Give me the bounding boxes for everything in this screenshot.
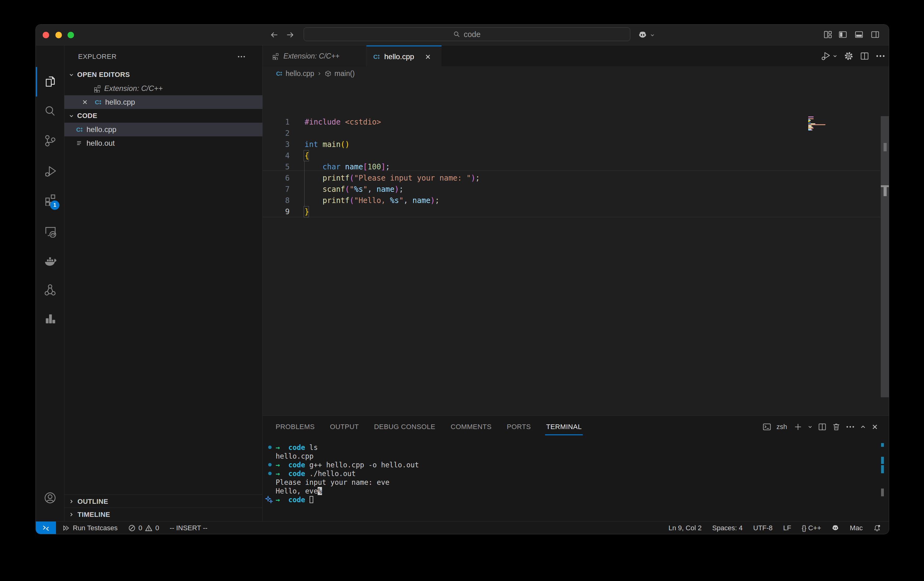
activity-bar-item-accounts[interactable] — [44, 492, 56, 504]
code-line-7: scanf("%s", name); — [305, 184, 404, 195]
run-all-icon — [63, 524, 70, 532]
editor-scrollbar[interactable] — [881, 116, 889, 397]
status-item-eol[interactable]: LF — [783, 524, 791, 532]
status-item-vim-mode[interactable]: -- INSERT -- — [170, 524, 207, 532]
status-bar: Run Testcases00-- INSERT -- Ln 9, Col 2S… — [36, 521, 889, 534]
terminal-icon — [762, 422, 771, 431]
command-decoration-dot[interactable] — [268, 445, 272, 449]
activity-bar-item-explorer[interactable] — [44, 75, 56, 88]
navigate-forward-button[interactable] — [285, 30, 295, 40]
status-item-platform[interactable]: Mac — [850, 524, 863, 532]
terminal-line: Hello, eve% — [276, 487, 322, 495]
terminal[interactable]: → code lshello.cpp→ code g++ hello.cpp -… — [262, 438, 879, 521]
code-editor[interactable]: 1#include <cstdio>23int main()4{5 char n… — [262, 81, 889, 415]
minimize-window-button[interactable] — [55, 32, 62, 38]
copilot-icon — [832, 524, 839, 532]
panel-tab-terminal[interactable]: TERMINAL — [546, 423, 581, 431]
status-item-run-testcases[interactable]: Run Testcases — [63, 524, 117, 532]
toggle-sidebar-button[interactable] — [838, 30, 848, 39]
status-item-encoding[interactable]: UTF-8 — [753, 524, 772, 532]
activity-bar-item-leetcode-chart[interactable] — [44, 312, 56, 324]
badge: 1 — [50, 200, 59, 210]
panel-tab-output[interactable]: OUTPUT — [330, 423, 359, 431]
terminal-cursor — [310, 496, 313, 503]
terminal-dropdown-icon[interactable] — [808, 424, 813, 429]
tab-extension-cpp[interactable]: Extension: C/C++ — [262, 45, 366, 67]
tab-hello-cpp[interactable]: C hello.cpp — [366, 45, 441, 67]
terminal-more-actions-button[interactable] — [846, 422, 855, 431]
debug-run-button[interactable] — [821, 51, 830, 61]
status-item-cursor-position[interactable]: Ln 9, Col 2 — [668, 524, 701, 532]
customize-layout-button[interactable] — [823, 30, 833, 39]
activity-bar: 11 — [36, 45, 64, 521]
section-header-code-folder[interactable]: CODE — [64, 109, 262, 122]
close-panel-button[interactable] — [871, 424, 878, 430]
panel-tab-debug-console[interactable]: DEBUG CONSOLE — [374, 423, 435, 431]
file-row-hello-out[interactable]: hello.out — [64, 136, 262, 150]
close-editor-icon[interactable] — [82, 99, 88, 105]
breadcrumb-separator-icon — [317, 71, 322, 76]
more-actions-button[interactable] — [876, 51, 885, 61]
error-circle-icon — [128, 524, 135, 532]
section-header-open-editors[interactable]: OPEN EDITORS — [64, 68, 262, 81]
scrollbar-thumb[interactable] — [884, 143, 887, 151]
maximize-panel-button[interactable] — [860, 424, 866, 430]
overview-cursor-stem — [884, 187, 887, 196]
bell-icon — [873, 524, 881, 532]
remote-indicator[interactable] — [36, 521, 56, 534]
activity-bar-item-remote-explorer[interactable] — [44, 225, 56, 238]
panel-tab-problems[interactable]: PROBLEMS — [276, 423, 315, 431]
terminal-overview-mark — [881, 457, 884, 464]
editor-actions — [821, 45, 885, 67]
status-item-indentation[interactable]: Spaces: 4 — [712, 524, 742, 532]
breadcrumbs[interactable]: C hello.cpp main() — [262, 67, 889, 81]
open-editor-extension-cpp[interactable]: Extension: C/C++ — [64, 81, 262, 95]
activity-bar-item-search[interactable] — [44, 105, 56, 118]
panel-tab-comments[interactable]: COMMENTS — [450, 423, 492, 431]
copilot-icon[interactable] — [638, 30, 647, 40]
breadcrumb-symbol[interactable]: main() — [335, 70, 355, 78]
command-decoration-dot[interactable] — [268, 463, 272, 467]
run-options-chevron-icon[interactable] — [833, 53, 838, 58]
file-row-hello-cpp[interactable]: Chello.cpp — [64, 122, 262, 136]
split-editor-button[interactable] — [860, 51, 869, 61]
warning-tri-icon — [145, 524, 152, 532]
status-item-copilot[interactable] — [832, 524, 839, 532]
open-editor-hello-cpp[interactable]: Chello.cpp — [64, 95, 262, 109]
zoom-window-button[interactable] — [68, 32, 74, 38]
line-number: 6 — [262, 172, 290, 184]
panel-tab-ports[interactable]: PORTS — [507, 423, 531, 431]
status-item-notifications[interactable] — [873, 524, 881, 532]
split-terminal-button[interactable] — [818, 422, 827, 431]
section-header-timeline[interactable]: TIMELINE — [64, 508, 262, 521]
command-center-search[interactable]: code — [304, 27, 630, 41]
status-item-problems[interactable]: 00 — [128, 524, 159, 532]
activity-bar-item-run-and-debug[interactable] — [44, 165, 56, 177]
line-number: 5 — [262, 161, 290, 172]
toggle-secondary-sidebar-button[interactable] — [871, 30, 880, 39]
code-line-9: } — [305, 206, 309, 217]
toggle-panel-button[interactable] — [854, 30, 864, 39]
close-tab-icon[interactable] — [425, 53, 431, 60]
editor-settings-icon[interactable] — [844, 51, 853, 61]
breadcrumb-file[interactable]: hello.cpp — [285, 70, 314, 78]
close-window-button[interactable] — [43, 32, 49, 38]
copilot-chevron-icon[interactable] — [650, 33, 655, 38]
kill-terminal-button[interactable] — [832, 422, 841, 431]
views-and-more-actions-button[interactable] — [238, 53, 246, 60]
code-line-6: printf("Please input your name: "); — [305, 172, 480, 184]
activity-bar-item-source-control[interactable] — [44, 134, 56, 147]
terminal-overview-mark — [881, 465, 884, 473]
status-item-language-mode[interactable]: {} C++ — [802, 524, 821, 532]
new-terminal-button[interactable] — [794, 422, 802, 431]
cpp-file-icon: C — [373, 53, 381, 61]
activity-bar-item-docker[interactable] — [44, 254, 56, 266]
line-number: 3 — [262, 139, 290, 150]
line-number: 4 — [262, 150, 290, 161]
activity-bar-item-organization[interactable] — [44, 283, 56, 296]
line-number: 8 — [262, 195, 290, 206]
navigate-back-button[interactable] — [269, 30, 279, 40]
section-header-outline[interactable]: OUTLINE — [64, 495, 262, 508]
shell-label[interactable]: zsh — [777, 423, 787, 431]
command-decoration-dot[interactable] — [268, 472, 272, 475]
